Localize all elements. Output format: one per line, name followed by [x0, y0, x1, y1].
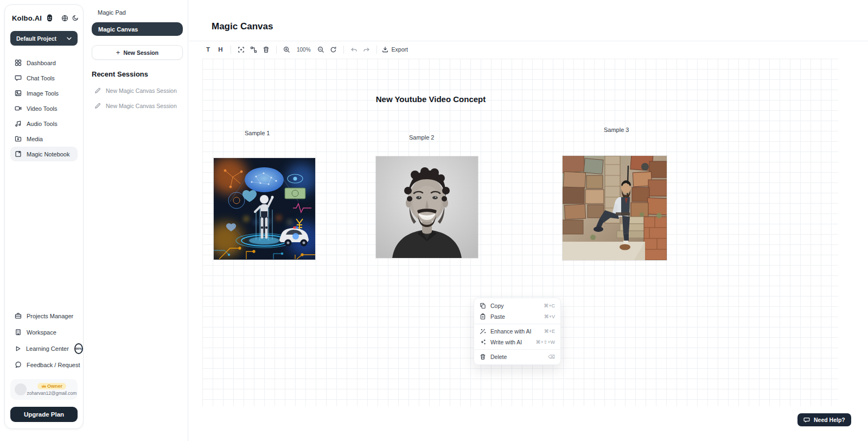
zoom-in-icon: [283, 46, 290, 53]
feedback-bubble-icon: [15, 361, 22, 368]
user-account-card[interactable]: Owner zoharvan12@gmail.com: [10, 379, 78, 400]
menu-divider: [474, 324, 560, 324]
tab-magic-canvas[interactable]: Magic Canvas: [92, 22, 183, 36]
sidebar-item-image-tools[interactable]: Image Tools: [10, 86, 78, 100]
delete-tool-button[interactable]: [260, 43, 272, 55]
session-list-item[interactable]: New Magic Canvas Session: [92, 98, 183, 114]
toolbar-divider: [376, 46, 377, 54]
rotate-icon: [330, 46, 337, 53]
project-selector-label: Default Project: [16, 35, 56, 42]
connector-tool-button[interactable]: [247, 43, 260, 55]
sample3-image[interactable]: [563, 156, 667, 260]
undo-button[interactable]: [348, 43, 360, 55]
pencil-icon: [94, 87, 101, 94]
canvas-text-sample3[interactable]: Sample 3: [604, 127, 629, 133]
sidebar-item-media[interactable]: Media: [10, 131, 78, 146]
paste-icon: [480, 313, 486, 320]
menu-item-enhance-with-ai[interactable]: Enhance with AI ⌘+E: [474, 326, 560, 337]
sidebar-item-projects-manager[interactable]: Projects Manager: [10, 308, 78, 323]
play-icon: [15, 345, 21, 352]
sidebar-item-label: Workspace: [27, 329, 56, 336]
new-session-button[interactable]: + New Session: [92, 45, 183, 60]
need-help-button[interactable]: Need Help?: [797, 413, 851, 426]
zoom-in-button[interactable]: [280, 43, 293, 55]
sidebar-item-label: Image Tools: [27, 90, 59, 97]
recent-sessions-heading: Recent Sessions: [92, 70, 183, 78]
redo-button[interactable]: [360, 43, 373, 55]
canvas-text-sample2[interactable]: Sample 2: [409, 134, 434, 141]
shortcut-label: ⌘+V: [544, 314, 555, 319]
avatar: [15, 383, 27, 395]
tab-magic-pad[interactable]: Magic Pad: [92, 8, 183, 16]
export-button[interactable]: Export: [382, 46, 408, 53]
canvas-text-doc-title[interactable]: New Youtube Video Concept: [374, 94, 488, 104]
page-title: Magic Canvas: [212, 21, 273, 32]
shortcut-label: ⌘+E: [544, 329, 555, 334]
sidebar-item-label: Projects Manager: [27, 313, 73, 319]
sidebar-item-video-tools[interactable]: Video Tools: [10, 101, 78, 116]
connector-icon: [250, 46, 257, 53]
ai-select-tool-button[interactable]: [235, 43, 247, 55]
menu-item-paste[interactable]: Paste ⌘+V: [474, 311, 560, 322]
sidebar-item-label: Learning Center: [26, 345, 69, 352]
sessions-panel: Magic Pad Magic Canvas + New Session Rec…: [84, 0, 188, 441]
notebook-icon: [15, 150, 22, 158]
trash-icon: [263, 46, 270, 53]
sidebar-item-label: Audio Tools: [27, 121, 58, 127]
zoom-out-button[interactable]: [315, 43, 327, 55]
sidebar-item-dashboard[interactable]: Dashboard: [10, 55, 78, 70]
shortcut-label: ⌘+⇧+W: [535, 339, 555, 345]
session-list-item[interactable]: New Magic Canvas Session: [92, 83, 183, 98]
sample2-image[interactable]: [376, 156, 478, 258]
dashboard-icon: [15, 59, 22, 66]
heading-tool-button[interactable]: H: [214, 43, 227, 55]
upgrade-plan-button[interactable]: Upgrade Plan: [10, 407, 78, 422]
learning-progress-badge: 66%: [74, 343, 83, 354]
sidebar-item-workspace[interactable]: Workspace: [10, 325, 78, 339]
reset-view-button[interactable]: [327, 43, 340, 55]
sidebar-item-learning-center[interactable]: Learning Center 66%: [10, 341, 78, 356]
chat-help-icon: [803, 417, 810, 423]
primary-nav: Dashboard Chat Tools Image Tools Video T…: [10, 55, 78, 161]
media-folder-icon: [15, 135, 22, 142]
language-globe-icon[interactable]: [61, 14, 68, 22]
video-icon: [15, 105, 22, 112]
sidebar-item-label: Magic Notebook: [27, 151, 70, 158]
shortcut-label: ⌘+C: [544, 303, 555, 308]
context-menu: Copy ⌘+C Paste ⌘+V Enhance with AI ⌘+E W…: [474, 298, 561, 365]
audio-icon: [15, 120, 22, 127]
primary-sidebar: Kolbo.AI Default Project Dashboard: [4, 4, 84, 429]
header-divider: [189, 41, 868, 41]
menu-item-write-with-ai[interactable]: Write with AI ⌘+⇧+W: [474, 337, 560, 348]
project-selector-button[interactable]: Default Project: [10, 31, 78, 46]
sidebar-item-label: Video Tools: [27, 105, 57, 112]
dark-mode-moon-icon[interactable]: [72, 14, 79, 22]
pencil-icon: [94, 103, 101, 109]
robot-logo-icon: [46, 14, 54, 22]
sidebar-item-feedback-request[interactable]: Feedback / Request: [10, 357, 78, 372]
canvas-toolbar: T H 100% Export: [202, 43, 408, 56]
plus-icon: +: [116, 49, 120, 56]
sample1-image[interactable]: [214, 158, 315, 260]
canvas-text-sample1[interactable]: Sample 1: [245, 130, 270, 136]
sidebar-item-magic-notebook[interactable]: Magic Notebook: [10, 147, 78, 161]
briefcase-icon: [15, 312, 22, 319]
sparkle-pen-icon: [480, 339, 486, 345]
image-icon: [15, 90, 22, 97]
crown-icon: [41, 384, 46, 388]
undo-icon: [350, 46, 358, 53]
download-icon: [382, 46, 388, 53]
toolbar-divider: [231, 46, 231, 54]
text-tool-button[interactable]: T: [202, 43, 214, 55]
sidebar-item-chat-tools[interactable]: Chat Tools: [10, 71, 78, 85]
menu-item-delete[interactable]: Delete ⌫: [474, 351, 560, 362]
copy-icon: [480, 303, 486, 309]
shortcut-label: ⌫: [548, 354, 555, 360]
sidebar-item-audio-tools[interactable]: Audio Tools: [10, 116, 78, 131]
app-root: Kolbo.AI Default Project Dashboard: [0, 0, 868, 441]
trash-icon: [480, 354, 486, 360]
menu-item-copy[interactable]: Copy ⌘+C: [474, 300, 560, 311]
building-icon: [15, 329, 22, 336]
user-email: zoharvan12@gmail.com: [27, 390, 77, 396]
sidebar-item-label: Media: [27, 136, 43, 142]
